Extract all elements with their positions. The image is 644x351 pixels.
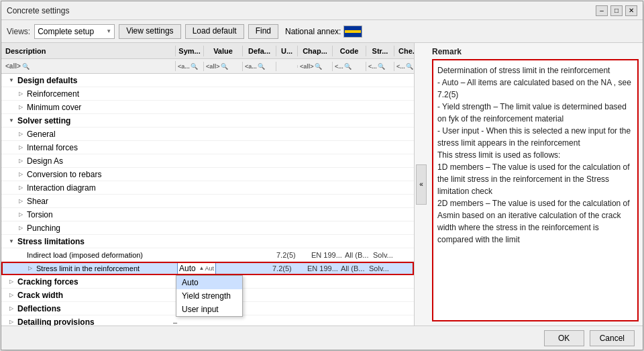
tree-row-torsion[interactable]: ▷ Torsion	[1, 208, 414, 221]
expand-icon-reinforcement[interactable]: ▷	[16, 87, 25, 101]
tree-row-shear[interactable]: ▷ Shear	[1, 195, 414, 208]
window-title: Concrete settings	[7, 6, 69, 15]
expand-icon-internal-forces[interactable]: ▷	[16, 141, 25, 154]
indirect-load-chap: 7.2(5)	[275, 251, 310, 259]
collapse-icon: «	[419, 181, 423, 188]
eu-flag[interactable]	[343, 26, 362, 38]
dropdown-item-auto[interactable]: Auto	[176, 276, 242, 289]
tree-row-design-as[interactable]: ▷ Design As	[1, 154, 414, 168]
col-header-structure: Str...	[366, 46, 394, 56]
tree-row-indirect-load[interactable]: Indirect load (imposed deformation) 7.2(…	[1, 248, 414, 262]
punching-label: Punching	[25, 223, 414, 233]
remark-text: Determination of stress limit in the rei…	[432, 59, 639, 321]
row-wrapper-stress-limit: ▷ Stress limit in the reinforcement Auto…	[1, 262, 414, 275]
tree-row-conversion-rebars[interactable]: ▷ Conversion to rebars	[1, 168, 414, 181]
tree-row-design-defaults[interactable]: ▼ Design defaults	[1, 74, 414, 87]
concrete-settings-window: Concrete settings – □ ✕ Views: Complete …	[1, 1, 643, 350]
filter-che-icon[interactable]: 🔍	[406, 63, 413, 70]
tree-row-interaction-diagram[interactable]: ▷ Interaction diagram	[1, 181, 414, 195]
filter-str-icon[interactable]: 🔍	[378, 63, 385, 70]
main-area: Description Sym... Value Defa... U... Ch…	[1, 43, 643, 325]
design-defaults-label: Design defaults	[16, 76, 414, 85]
close-button[interactable]: ✕	[625, 5, 637, 16]
table-header: Description Sym... Value Defa... U... Ch…	[1, 43, 414, 59]
tree-area[interactable]: ▼ Design defaults ▷ Reinforcement ▷ Mini…	[1, 74, 414, 325]
expand-icon-crack-width[interactable]: ▷	[7, 289, 16, 302]
indirect-load-label: Indirect load (imposed deformation)	[25, 251, 153, 259]
filter-row: <all> 🔍 <a... 🔍 <all> 🔍 <a... 🔍 <al	[1, 59, 414, 74]
tree-row-reinforcement[interactable]: ▷ Reinforcement	[1, 87, 414, 101]
tree-row-stress-limitations[interactable]: ▼ Stress limitations	[1, 235, 414, 248]
dropdown-item-user-input[interactable]: User input	[176, 303, 242, 316]
expand-icon-torsion[interactable]: ▷	[16, 208, 25, 221]
national-annex-label: National annex:	[285, 27, 341, 36]
filter-code-icon[interactable]: 🔍	[344, 63, 352, 70]
col-header-check: Che...	[394, 46, 415, 56]
conversion-rebars-label: Conversion to rebars	[25, 170, 414, 179]
national-annex-area: National annex:	[285, 26, 362, 38]
stress-limit-label: Stress limit in the reinforcement	[35, 264, 149, 272]
tree-row-detailing-provisions[interactable]: ▷ Detailing provisions –	[1, 315, 414, 325]
filter-code: <... 🔍	[333, 62, 366, 71]
filter-chap-icon[interactable]: 🔍	[315, 63, 322, 70]
cancel-button[interactable]: Cancel	[590, 330, 635, 346]
combo-arrow-icon: ▼	[106, 28, 111, 34]
toolbar: Views: Complete setup ▼ View settings Lo…	[1, 20, 643, 43]
stress-limit-value-cell[interactable]: Auto ▲ Aut	[177, 262, 216, 274]
expand-icon-conversion-rebars[interactable]: ▷	[16, 168, 25, 181]
collapse-panel-button[interactable]: «	[416, 164, 427, 205]
col-header-symbol: Sym...	[176, 46, 204, 56]
find-button[interactable]: Find	[248, 24, 278, 39]
tree-row-solver-setting[interactable]: ▼ Solver setting	[1, 114, 414, 128]
minimize-button[interactable]: –	[596, 5, 608, 16]
filter-search-icon[interactable]: 🔍	[22, 63, 30, 70]
stress-limit-chap: 7.2(5)	[271, 264, 306, 272]
tree-row-stress-limit[interactable]: ▷ Stress limit in the reinforcement Auto…	[1, 262, 414, 275]
filter-val-icon[interactable]: 🔍	[221, 63, 228, 70]
detailing-provisions-label: Detailing provisions	[16, 317, 144, 326]
tree-row-minimum-cover[interactable]: ▷ Minimum cover	[1, 101, 414, 114]
expand-icon-design-defaults[interactable]: ▼	[7, 74, 16, 87]
internal-forces-label: Internal forces	[25, 143, 414, 152]
value-label-auto: Aut	[205, 265, 214, 272]
col-header-chapter: Chap...	[298, 46, 333, 56]
ok-button[interactable]: OK	[544, 330, 584, 346]
filter-che: <... 🔍	[394, 62, 415, 71]
expand-icon-interaction-diagram[interactable]: ▷	[16, 181, 25, 195]
filter-sym-icon[interactable]: 🔍	[191, 63, 198, 70]
stress-limit-str: All (B...	[339, 264, 368, 272]
indirect-load-str: All (B...	[343, 251, 372, 259]
expand-icon-solver-setting[interactable]: ▼	[7, 114, 16, 128]
dropdown-item-yield-strength[interactable]: Yield strength	[176, 289, 242, 303]
load-default-button[interactable]: Load default	[185, 24, 244, 39]
maximize-button[interactable]: □	[610, 5, 623, 16]
expand-icon-stress-limitations[interactable]: ▼	[7, 235, 16, 248]
expand-icon-deflections[interactable]: ▷	[7, 302, 16, 315]
general-label: General	[25, 130, 414, 139]
filter-desc: <all> 🔍	[1, 61, 176, 71]
expand-icon-indirect-load[interactable]	[16, 248, 25, 262]
expand-icon-punching[interactable]: ▷	[16, 221, 25, 235]
remark-label: Remark	[432, 47, 639, 56]
design-as-label: Design As	[25, 156, 414, 166]
tree-row-internal-forces[interactable]: ▷ Internal forces	[1, 141, 414, 154]
stress-limit-code: EN 199...	[306, 264, 339, 272]
expand-icon-design-as[interactable]: ▷	[16, 154, 25, 168]
value-dropdown[interactable]: Auto Yield strength User input	[176, 275, 243, 317]
col-header-code: Code	[333, 46, 366, 56]
tree-row-punching[interactable]: ▷ Punching	[1, 221, 414, 235]
expand-icon-cracking-forces[interactable]: ▷	[7, 275, 16, 289]
filter-str: <... 🔍	[366, 62, 394, 71]
tree-row-general[interactable]: ▷ General	[1, 128, 414, 141]
expand-icon-detailing[interactable]: ▷	[7, 315, 16, 326]
filter-def-icon[interactable]: 🔍	[258, 63, 265, 70]
expand-icon-stress-limit[interactable]: ▷	[25, 262, 35, 275]
bottom-bar: OK Cancel	[1, 325, 643, 350]
complete-setup-combo[interactable]: Complete setup ▼	[34, 24, 115, 39]
view-settings-button[interactable]: View settings	[119, 24, 180, 39]
expand-icon-minimum-cover[interactable]: ▷	[16, 101, 25, 114]
expand-icon-shear[interactable]: ▷	[16, 195, 25, 208]
window-controls: – □ ✕	[596, 5, 637, 16]
views-label: Views:	[7, 27, 30, 36]
expand-icon-general[interactable]: ▷	[16, 128, 25, 141]
